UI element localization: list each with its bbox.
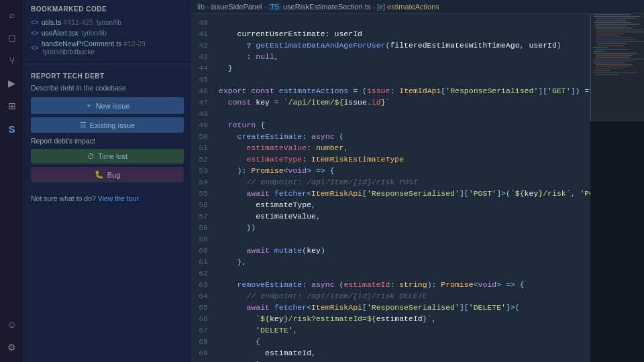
bug-button[interactable]: 🐛 Bug — [31, 167, 184, 182]
bookmark-item-utils[interactable]: <> utils.ts #411-425 tyrion/lib — [31, 17, 184, 27]
code-area: 4041424344 4546474849 5051525354 5556575… — [191, 14, 644, 362]
svg-rect-1 — [594, 16, 641, 17]
existing-issue-button[interactable]: ☰ Existing issue — [31, 117, 184, 133]
svg-rect-0 — [594, 14, 631, 15]
breadcrumb-sep-3: › — [372, 3, 375, 11]
settings-icon[interactable]: ⚙ — [3, 338, 21, 357]
view-tour-link[interactable]: View the tour — [98, 194, 139, 202]
time-lost-button[interactable]: ⏱ Time lost — [31, 149, 184, 164]
tour-text: Not sure what to do? — [31, 194, 96, 202]
breadcrumb: lib › issueSidePanel › TS useRiskEstimat… — [191, 0, 644, 14]
list-icon: ☰ — [80, 121, 87, 129]
svg-rect-3 — [596, 20, 626, 21]
plus-icon: ＋ — [85, 101, 93, 111]
breadcrumb-file[interactable]: useRiskEstimateSection.ts — [283, 3, 370, 11]
account-icon[interactable]: ☺ — [3, 315, 21, 334]
svg-rect-19 — [594, 51, 604, 52]
svg-rect-20 — [594, 53, 637, 54]
svg-rect-4 — [594, 22, 631, 23]
svg-rect-31 — [596, 74, 619, 74]
bookmark-filename: utils.ts #411-425 tyrion/lib — [42, 18, 121, 26]
svg-rect-16 — [597, 45, 624, 46]
svg-rect-8 — [596, 29, 643, 30]
clock-icon: ⏱ — [87, 152, 95, 160]
bug-icon: 🐛 — [95, 170, 104, 179]
run-debug-icon[interactable]: ▶ — [3, 74, 21, 93]
breadcrumb-ts-badge: TS — [268, 3, 281, 11]
divider-1 — [24, 64, 191, 64]
minimap — [590, 14, 644, 362]
bookmark-item-usealert[interactable]: <> useAlert.tsx tyrion/lib — [31, 27, 184, 38]
bookmarked-section: BOOKMARKED CODE <> utils.ts #411-425 tyr… — [24, 0, 191, 60]
code-icon-2: <> — [31, 29, 39, 37]
tour-section: Not sure what to do? View the tour — [24, 189, 191, 208]
bookmarked-title: BOOKMARKED CODE — [31, 5, 184, 13]
bug-label: Bug — [107, 171, 121, 179]
bookmark-item-handlenewpr[interactable]: <> handleNewPrComment.ts #12-29 tyrion/l… — [31, 38, 184, 57]
breadcrumb-sep-1: › — [207, 3, 209, 11]
svg-rect-24 — [594, 60, 634, 61]
source-control-icon[interactable]: ⑂ — [3, 51, 21, 70]
line-numbers: 4041424344 4546474849 5051525354 5556575… — [191, 14, 213, 362]
svg-rect-25 — [594, 62, 624, 63]
svg-rect-30 — [594, 72, 637, 73]
code-editor[interactable]: currentUserEstimate: userId ? getEstimat… — [213, 14, 590, 362]
editor-area: lib › issueSidePanel › TS useRiskEstimat… — [191, 0, 644, 362]
svg-rect-21 — [596, 55, 633, 56]
activity-bar: ⌕ ◻ ⑂ ▶ ⊞ S ☺ ⚙ — [0, 0, 24, 362]
svg-rect-18 — [596, 49, 629, 50]
new-issue-label: New issue — [96, 102, 130, 110]
bookmark-filename-3: handleNewPrComment.ts #12-29 tyrion/lib/… — [42, 40, 184, 56]
svg-rect-15 — [597, 43, 627, 44]
report-desc: Describe debt in the codebase — [31, 84, 184, 92]
new-issue-button[interactable]: ＋ New issue — [31, 97, 184, 114]
svg-rect-17 — [594, 47, 607, 48]
svg-rect-29 — [594, 70, 610, 71]
breadcrumb-sep-2: › — [264, 3, 267, 11]
svg-rect-27 — [596, 66, 629, 67]
report-impact-label: Report debt's impact — [31, 137, 184, 145]
svg-rect-14 — [596, 41, 644, 42]
report-title: REPORT TECH DEBT — [31, 72, 184, 80]
svg-rect-12 — [596, 38, 633, 38]
report-section: REPORT TECH DEBT Describe debt in the co… — [24, 68, 191, 186]
svg-rect-6 — [594, 25, 627, 26]
svg-rect-13 — [596, 39, 636, 40]
explorer-icon[interactable]: ◻ — [3, 28, 21, 47]
breadcrumb-panel[interactable]: issueSidePanel — [211, 3, 262, 11]
svg-rect-7 — [596, 27, 633, 28]
svg-rect-23 — [594, 58, 644, 59]
time-lost-label: Time lost — [98, 152, 127, 160]
svg-rect-9 — [596, 32, 644, 32]
code-icon: <> — [31, 19, 39, 26]
svg-rect-11 — [597, 36, 621, 36]
svg-rect-26 — [596, 64, 633, 65]
existing-issue-label: Existing issue — [90, 121, 135, 129]
svg-rect-2 — [596, 18, 636, 19]
code-icon-3: <> — [31, 44, 39, 52]
breadcrumb-func[interactable]: estimateActions — [387, 3, 439, 11]
extensions-icon[interactable]: ⊞ — [3, 97, 21, 115]
search-icon[interactable]: ⌕ — [3, 5, 21, 24]
left-panel: BOOKMARKED CODE <> utils.ts #411-425 tyr… — [24, 0, 191, 362]
stackspot-icon[interactable]: S — [3, 119, 21, 138]
svg-rect-22 — [596, 56, 629, 57]
breadcrumb-lib: lib — [197, 3, 205, 11]
svg-rect-28 — [596, 68, 623, 69]
svg-rect-10 — [597, 34, 624, 34]
breadcrumb-bracket: [e] — [377, 3, 385, 11]
svg-rect-5 — [596, 23, 639, 24]
bookmark-filename-2: useAlert.tsx tyrion/lib — [42, 29, 107, 37]
